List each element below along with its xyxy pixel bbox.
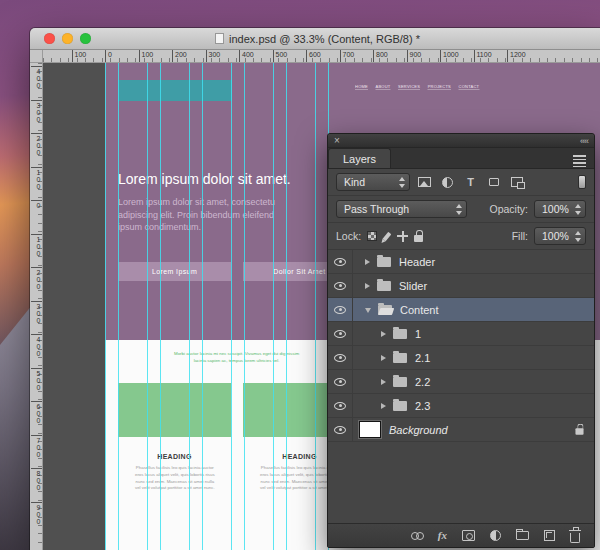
layers-panel: × «« Layers Kind T Pass Through Opacity:… bbox=[327, 133, 595, 548]
disclosure-triangle-icon[interactable] bbox=[381, 331, 386, 337]
disclosure-triangle-icon[interactable] bbox=[381, 355, 386, 361]
layer-thumbnail[interactable] bbox=[359, 421, 381, 438]
fill-label: Fill: bbox=[512, 230, 528, 242]
visibility-toggle[interactable] bbox=[328, 418, 353, 441]
horizontal-ruler[interactable]: 1000100200300400500600700800900100011001… bbox=[43, 50, 600, 63]
filter-pixel-layers-icon[interactable] bbox=[416, 174, 433, 191]
layer-row-slider[interactable]: Slider bbox=[328, 274, 594, 298]
design-card-heading: HEADING bbox=[118, 453, 231, 460]
visibility-toggle[interactable] bbox=[328, 298, 353, 321]
disclosure-triangle-icon[interactable] bbox=[365, 308, 371, 313]
design-nav: HOME ABOUT SERVICES PROJECTS CONTACT bbox=[355, 84, 595, 90]
new-group-icon[interactable] bbox=[516, 531, 529, 540]
ruler-label: 900 bbox=[407, 50, 422, 63]
layer-row-1[interactable]: 1 bbox=[328, 322, 594, 346]
group-folder-icon bbox=[393, 353, 407, 363]
new-layer-icon[interactable] bbox=[544, 530, 555, 541]
ruler-label: 800 bbox=[31, 468, 42, 491]
ruler-label: 1100 bbox=[474, 50, 492, 63]
document-proxy-icon bbox=[215, 33, 224, 44]
layer-effects-icon[interactable]: fx bbox=[438, 530, 447, 541]
tab-layers[interactable]: Layers bbox=[328, 148, 391, 168]
eye-icon bbox=[334, 378, 346, 386]
panel-tab-bar: Layers bbox=[328, 148, 594, 169]
lock-all-icon[interactable] bbox=[414, 235, 423, 242]
close-window-button[interactable] bbox=[44, 33, 55, 44]
visibility-toggle[interactable] bbox=[328, 250, 353, 273]
minimize-window-button[interactable] bbox=[62, 33, 73, 44]
lock-position-icon[interactable] bbox=[397, 231, 408, 242]
fill-select[interactable]: 100% bbox=[534, 227, 586, 245]
ruler-label: 300 bbox=[206, 50, 221, 63]
filter-adjustment-layers-icon[interactable] bbox=[439, 174, 456, 191]
eye-icon bbox=[334, 282, 346, 290]
design-section-intro: Morbi auctor lacinia mi nec suscipit. Vi… bbox=[118, 351, 356, 375]
filtering-toggle[interactable] bbox=[578, 175, 586, 189]
group-folder-open-icon bbox=[378, 305, 392, 315]
disclosure-triangle-icon[interactable] bbox=[381, 403, 386, 409]
ruler-origin-corner[interactable] bbox=[30, 50, 43, 63]
lock-row: Lock: Fill: 100% bbox=[328, 223, 594, 250]
ruler-label: 1000 bbox=[440, 50, 459, 63]
layer-row-header[interactable]: Header bbox=[328, 250, 594, 274]
design-image-placeholder bbox=[118, 383, 231, 437]
new-adjustment-layer-icon[interactable] bbox=[490, 530, 501, 541]
layer-name: Content bbox=[400, 304, 439, 316]
link-layers-icon[interactable] bbox=[411, 532, 423, 540]
blend-row: Pass Through Opacity: 100% bbox=[328, 196, 594, 223]
disclosure-triangle-icon[interactable] bbox=[365, 283, 370, 289]
ruler-label: 900 bbox=[31, 502, 42, 525]
ruler-label: 200 bbox=[172, 50, 187, 63]
design-hero-paragraph: Lorem ipsum dolor sit amet, consectetu a… bbox=[118, 196, 275, 234]
layer-name: Slider bbox=[399, 280, 427, 292]
traffic-lights bbox=[44, 28, 91, 49]
layer-row-background[interactable]: Background bbox=[328, 418, 594, 442]
group-folder-icon bbox=[393, 329, 407, 339]
panel-titlebar[interactable]: × «« bbox=[328, 134, 594, 148]
eye-icon bbox=[334, 306, 346, 314]
layer-row-2-1[interactable]: 2.1 bbox=[328, 346, 594, 370]
group-folder-icon bbox=[377, 257, 391, 267]
add-layer-mask-icon[interactable] bbox=[462, 530, 475, 541]
window-titlebar[interactable]: index.psd @ 33.3% (Content, RGB/8) * bbox=[30, 28, 600, 50]
ruler-bar: 1000100200300400500600700800900100011001… bbox=[30, 50, 600, 63]
panel-menu-icon[interactable] bbox=[573, 155, 586, 167]
layer-row-2-2[interactable]: 2.2 bbox=[328, 370, 594, 394]
vertical-ruler[interactable]: 4003002001000100200300400500600700800900 bbox=[30, 63, 43, 550]
panel-collapse-icon[interactable]: «« bbox=[580, 136, 588, 146]
delete-layer-icon[interactable] bbox=[570, 533, 580, 543]
layers-list: Header Slider Content 1 2.1 bbox=[328, 250, 594, 523]
group-folder-icon bbox=[377, 281, 391, 291]
layer-row-2-3[interactable]: 2.3 bbox=[328, 394, 594, 418]
filter-type-layers-icon[interactable]: T bbox=[462, 174, 479, 191]
ruler-label: 200 bbox=[31, 133, 42, 156]
visibility-toggle[interactable] bbox=[328, 370, 353, 393]
filter-shape-layers-icon[interactable] bbox=[485, 174, 502, 191]
lock-transparency-icon[interactable] bbox=[367, 231, 377, 241]
dropdown-arrows-icon bbox=[456, 204, 463, 215]
visibility-toggle[interactable] bbox=[328, 394, 353, 417]
design-nav-item: CONTACT bbox=[459, 84, 480, 90]
filter-smart-object-icon[interactable] bbox=[508, 174, 525, 191]
layer-row-content[interactable]: Content bbox=[328, 298, 594, 322]
ruler-label: 100 bbox=[139, 50, 154, 63]
blend-mode-select[interactable]: Pass Through bbox=[336, 200, 467, 218]
dropdown-arrows-icon bbox=[399, 177, 406, 188]
visibility-toggle[interactable] bbox=[328, 346, 353, 369]
kind-filter-select[interactable]: Kind bbox=[336, 173, 410, 191]
panel-bottom-toolbar: fx bbox=[328, 523, 594, 547]
zoom-window-button[interactable] bbox=[80, 33, 91, 44]
layers-list-empty-area bbox=[328, 442, 594, 523]
disclosure-triangle-icon[interactable] bbox=[365, 259, 370, 265]
panel-close-icon[interactable]: × bbox=[334, 136, 340, 146]
disclosure-triangle-icon[interactable] bbox=[381, 379, 386, 385]
ruler-label: 100 bbox=[31, 234, 42, 257]
layer-name: Background bbox=[389, 424, 448, 436]
opacity-select[interactable]: 100% bbox=[534, 200, 586, 218]
visibility-toggle[interactable] bbox=[328, 322, 353, 345]
visibility-toggle[interactable] bbox=[328, 274, 353, 297]
lock-pixels-icon[interactable] bbox=[383, 231, 392, 240]
filter-row: Kind T bbox=[328, 169, 594, 196]
ruler-label: 0 bbox=[31, 200, 42, 209]
eye-icon bbox=[334, 426, 346, 434]
